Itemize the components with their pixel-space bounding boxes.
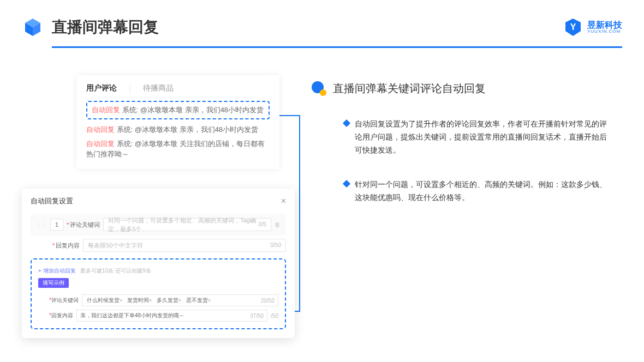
brand-name-en: YUUXIN.COM [587, 29, 622, 34]
right-column: 直播间弹幕关键词评论自动回复 自动回复设置为了提升作者的评论回复效率，作者可在开… [311, 75, 622, 226]
auto-reply-tag: 自动回复 [86, 125, 115, 134]
bullet-item: 自动回复设置为了提升作者的评论回复效率，作者可在开播前针对常见的评论用户问题，提… [311, 118, 622, 156]
auto-reply-tag: 自动回复 [92, 106, 120, 114]
section-header: 直播间弹幕关键词评论自动回复 [311, 81, 622, 96]
cube-icon [22, 16, 44, 38]
comment-row: 自动回复 系统: @冰墩墩本墩 亲亲，我们48小时内发货 [86, 125, 270, 135]
content-label: *回复内容 [52, 242, 80, 250]
brand-name-cn: 昱新科技 [587, 21, 622, 29]
comment-text: 系统: @冰墩墩本墩 亲亲，我们48小时内发货 [115, 125, 258, 134]
settings-title: 自动回复设置 [31, 196, 73, 206]
comment-panel: 用户评论 | 待播商品 自动回复 系统: @冰墩墩本墩 亲亲，我们48小时内发货… [76, 75, 279, 169]
close-icon[interactable]: × [281, 196, 286, 206]
example-content-input[interactable]: 亲，我们这边都是下单48小时内发货的哦～ 37/50 [76, 310, 267, 322]
drag-handle-icon[interactable]: ⋮⋮ [36, 222, 47, 228]
brand-logo: Y 昱新科技 YUUXIN.COM [563, 17, 622, 37]
keyword-input[interactable]: 对同一个问题，可设置多个相近、高频的关键词，Tag确定，最多5个 0/5 [103, 218, 271, 231]
keyword-tag[interactable]: 迟不发货× [185, 297, 212, 304]
diamond-icon [343, 180, 350, 188]
example-keyword-row: *评论关键词 什么时候发货× 发货时间× 多久发货× 迟不发货× 20/50 [38, 294, 278, 306]
section-title: 直播间弹幕关键词评论自动回复 [333, 81, 486, 96]
diamond-icon [343, 119, 350, 127]
brand-icon: Y [563, 17, 583, 37]
header-left: 直播间弹幕回复 [22, 16, 159, 38]
example-content-row: *回复内容 亲，我们这边都是下单48小时内发货的哦～ 37/50 /50 [38, 310, 278, 322]
comment-text: 系统: @冰墩墩本墩 亲亲，我们48小时内发货 [120, 106, 264, 114]
comment-tabs: 用户评论 | 待播商品 [86, 83, 270, 93]
example-block: + 增加自动回复 最多可建10条 还可以创建9条 填写示例 *评论关键词 什么时… [31, 258, 286, 329]
outer-count: /50 [271, 313, 278, 319]
keyword-tag[interactable]: 什么时候发货× [86, 297, 123, 304]
field-block: ⋮⋮ 1 *评论关键词 对同一个问题，可设置多个相近、高频的关键词，Tag确定，… [31, 214, 286, 236]
index-badge: 1 [50, 219, 63, 231]
tab-divider: | [129, 83, 131, 93]
svg-point-5 [320, 89, 326, 96]
svg-text:Y: Y [570, 22, 576, 32]
bullet-text: 自动回复设置为了提升作者的评论回复效率，作者可在开播前针对常见的评论用户问题，提… [355, 118, 611, 156]
highlighted-comment: 自动回复 系统: @冰墩墩本墩 亲亲，我们48小时内发货 [86, 101, 270, 119]
bubble-icon [311, 81, 326, 96]
keyword-label: *评论关键词 [67, 221, 100, 229]
add-reply-link[interactable]: + 增加自动回复 [38, 268, 76, 274]
content: 用户评论 | 待播商品 自动回复 系统: @冰墩墩本墩 亲亲，我们48小时内发货… [0, 48, 644, 226]
bullet-text: 针对同一个问题，可设置多个相近的、高频的关键词。例如：这款多少钱、这块能优惠吗、… [355, 178, 611, 204]
example-badge: 填写示例 [38, 278, 69, 288]
header: 直播间弹幕回复 Y 昱新科技 YUUXIN.COM [0, 0, 644, 38]
comment-row: 自动回复 系统: @冰墩墩本墩 关注我们的店铺，每日都有热门推荐呦～ [86, 139, 270, 159]
page-title: 直播间弹幕回复 [52, 17, 159, 38]
keyword-tag[interactable]: 多久发货× [156, 297, 182, 304]
tab-products[interactable]: 待播商品 [143, 83, 174, 93]
tab-user-comments[interactable]: 用户评论 [86, 83, 117, 93]
add-reply-note: 最多可建10条 还可以创建9条 [80, 268, 151, 274]
keyword-tag[interactable]: 发货时间× [126, 297, 153, 304]
left-column: 用户评论 | 待播商品 自动回复 系统: @冰墩墩本墩 亲亲，我们48小时内发货… [22, 75, 289, 226]
settings-panel: 自动回复设置 × ⋮⋮ 1 *评论关键词 对同一个问题，可设置多个相近、高频的关… [22, 189, 295, 338]
bullet-item: 针对同一个问题，可设置多个相近的、高频的关键词。例如：这款多少钱、这块能优惠吗、… [311, 178, 622, 204]
trash-icon[interactable]: 🗑 [275, 221, 281, 228]
content-input[interactable]: 每条限50个中文字符 0/50 [83, 239, 286, 252]
connector-line [299, 115, 300, 311]
content-field: *回复内容 每条限50个中文字符 0/50 [31, 239, 286, 252]
connector-line [279, 115, 300, 116]
auto-reply-tag: 自动回复 [86, 140, 115, 148]
settings-header: 自动回复设置 × [31, 196, 286, 206]
example-keyword-input[interactable]: 什么时候发货× 发货时间× 多久发货× 迟不发货× 20/50 [82, 294, 278, 306]
